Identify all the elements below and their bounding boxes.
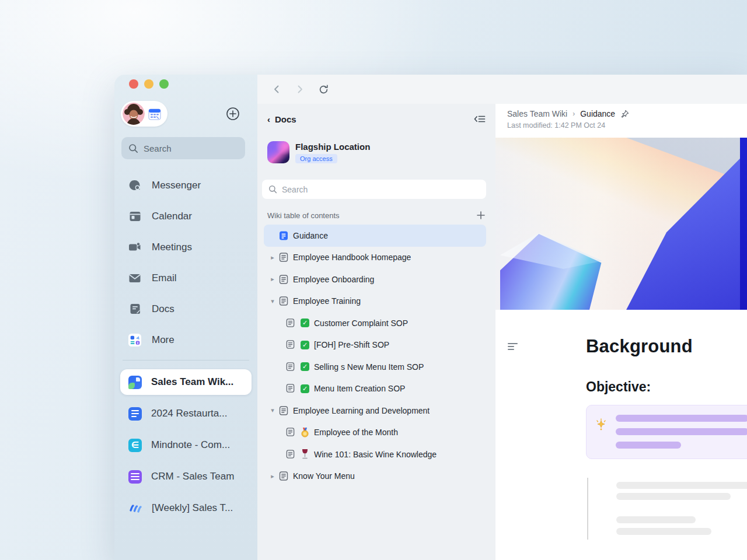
sidebar-divider xyxy=(123,360,249,360)
calendar-status-badge xyxy=(148,107,162,121)
toc-item-label: Guidance xyxy=(293,231,328,240)
outline-toggle-icon[interactable] xyxy=(508,343,518,351)
wiki-search[interactable] xyxy=(262,180,486,199)
doc-subheading: Objective: xyxy=(586,379,651,395)
blue-doc-icon xyxy=(278,230,289,241)
add-page-icon[interactable] xyxy=(476,210,486,220)
workspace-header[interactable]: Flagship Location Org access xyxy=(267,141,370,163)
doc-outline-icon xyxy=(278,252,289,262)
redacted-text-bar xyxy=(616,415,747,422)
docs-panel: ‹ Docs Flagship Location Org access xyxy=(257,104,495,560)
toc-item-know-your-menu[interactable]: ▸ Know Your Menu xyxy=(264,466,486,488)
doc-outline-icon xyxy=(278,296,289,306)
toc-item-label: Employee Training xyxy=(293,296,361,306)
toc-item-employee-onboarding[interactable]: ▸ Employee Onboarding xyxy=(264,268,486,290)
forward-icon[interactable] xyxy=(294,83,306,96)
add-icon[interactable] xyxy=(226,107,240,121)
sidebar-item-label: More xyxy=(152,334,174,346)
quote-block xyxy=(587,478,747,540)
pinned-item-label: Mindnote - Com... xyxy=(151,439,230,451)
pinned-item-label: CRM - Sales Team xyxy=(151,471,234,482)
doc-outline-icon xyxy=(278,471,289,481)
pinned-item-weekly-sales[interactable]: [Weekly] Sales T... xyxy=(114,492,257,524)
expand-chevron-icon[interactable]: ▸ xyxy=(267,254,278,261)
toc-item-label: Wine 101: Basic Wine Knowledge xyxy=(314,450,437,459)
redacted-text-bar xyxy=(616,428,747,435)
waves-doc-icon xyxy=(128,501,142,515)
placeholder-text-bar xyxy=(616,493,731,500)
zoom-window-button[interactable] xyxy=(159,79,169,89)
sidebar-item-email[interactable]: Email xyxy=(114,262,257,293)
placeholder-text-bar xyxy=(616,516,696,523)
toc-item-selling-new-menu-item-sop[interactable]: ✓ Selling s New Menu Item SOP xyxy=(264,356,486,378)
sidebar-item-meetings[interactable]: Meetings xyxy=(114,232,257,262)
document-content-panel: Sales Team Wiki › Guidance Last modified… xyxy=(495,104,747,560)
check-mark-emoji: ✓ xyxy=(300,340,310,350)
avatar[interactable] xyxy=(123,103,145,125)
collapse-chevron-icon[interactable]: ▾ xyxy=(267,298,278,305)
mindnote-icon: ∈ xyxy=(128,439,142,452)
check-mark-emoji: ✓ xyxy=(300,318,310,328)
toc-item-label: Selling s New Menu Item SOP xyxy=(314,362,424,372)
refresh-icon[interactable] xyxy=(317,83,330,96)
toc-item-label: Employee of the Month xyxy=(314,428,398,437)
sidebar-item-calendar[interactable]: Calendar xyxy=(114,201,257,232)
sidebar-item-label: Email xyxy=(152,272,177,284)
video-camera-icon xyxy=(128,241,141,254)
check-mark-emoji: ✓ xyxy=(300,362,310,372)
placeholder-text-bar xyxy=(616,482,747,489)
doc-outline-icon xyxy=(285,362,296,372)
toc-item-customer-complaint-sop[interactable]: ✓ Customer Complaint SOP xyxy=(264,312,486,334)
toc-item-employee-handbook[interactable]: ▸ Employee Handbook Homepage xyxy=(264,247,486,269)
toc-item-foh-preshift-sop[interactable]: ✓ [FOH] Pre-Shift SOP xyxy=(264,334,486,356)
pin-icon[interactable] xyxy=(620,110,629,118)
expand-chevron-icon[interactable]: ▸ xyxy=(267,275,278,283)
sidebar-item-more[interactable]: More xyxy=(114,324,257,355)
envelope-icon xyxy=(128,272,141,285)
pinned-item-2024-restaurant[interactable]: 2024 Restaurta... xyxy=(114,398,257,429)
breadcrumb-parent[interactable]: Sales Team Wiki xyxy=(507,109,567,118)
toc-item-employee-learning-development[interactable]: ▾ Employee Learning and Development xyxy=(264,400,486,422)
toc-item-wine-101[interactable]: Wine 101: Basic Wine Knowledge xyxy=(264,443,486,466)
global-search[interactable] xyxy=(121,137,245,159)
apps-grid-icon xyxy=(128,334,141,346)
toc-header-label: Wiki table of contents xyxy=(267,211,340,220)
collapse-panel-icon[interactable] xyxy=(474,114,486,124)
profile-pill[interactable] xyxy=(121,101,167,127)
wiki-doc-icon xyxy=(128,376,142,389)
toc-item-employee-of-the-month[interactable]: Employee of the Month xyxy=(264,422,486,444)
doc-outline-icon xyxy=(285,383,296,394)
base-table-icon xyxy=(128,470,142,484)
sidebar-item-label: Meetings xyxy=(152,242,192,253)
toc-item-guidance[interactable]: Guidance xyxy=(264,225,486,247)
collapse-chevron-icon[interactable]: ▾ xyxy=(267,407,278,414)
pinned-docs-list: Sales Team Wik... 2024 Restaurta... ∈ Mi… xyxy=(114,366,257,524)
toc-item-label: Menu Item Creation SOP xyxy=(314,384,405,393)
toc-item-employee-training[interactable]: ▾ Employee Training xyxy=(264,290,486,313)
pinned-item-crm[interactable]: CRM - Sales Team xyxy=(114,461,257,492)
back-icon[interactable] xyxy=(270,83,283,96)
callout-block xyxy=(586,405,747,459)
chat-bubble-icon xyxy=(128,179,141,192)
blue-stripe-graphic xyxy=(740,138,747,310)
breadcrumb: Sales Team Wiki › Guidance xyxy=(507,107,629,120)
search-input[interactable] xyxy=(144,144,238,153)
sidebar: Messenger Calendar xyxy=(114,75,257,560)
sidebar-item-docs[interactable]: Docs xyxy=(114,293,257,324)
pinned-item-sales-team-wiki[interactable]: Sales Team Wik... xyxy=(120,369,252,395)
pinned-item-mindnote[interactable]: ∈ Mindnote - Com... xyxy=(114,429,257,461)
doc-outline-icon xyxy=(285,340,296,350)
toc-item-menu-item-creation-sop[interactable]: ✓ Menu Item Creation SOP xyxy=(264,378,486,400)
wine-glass-emoji xyxy=(300,449,310,459)
toc-item-label: Know Your Menu xyxy=(293,471,355,481)
sidebar-item-messenger[interactable]: Messenger xyxy=(114,170,257,201)
wiki-search-input[interactable] xyxy=(282,185,480,194)
sidebar-item-label: Calendar xyxy=(152,211,192,222)
close-window-button[interactable] xyxy=(129,79,138,89)
expand-chevron-icon[interactable]: ▸ xyxy=(267,473,278,480)
minimize-window-button[interactable] xyxy=(144,79,153,89)
doc-outline-icon xyxy=(278,274,289,285)
toc-list: Guidance ▸ Employee Handbook Homepage ▸ … xyxy=(264,225,486,487)
back-to-docs-button[interactable]: ‹ Docs xyxy=(267,114,296,124)
browser-toolbar xyxy=(257,75,747,104)
